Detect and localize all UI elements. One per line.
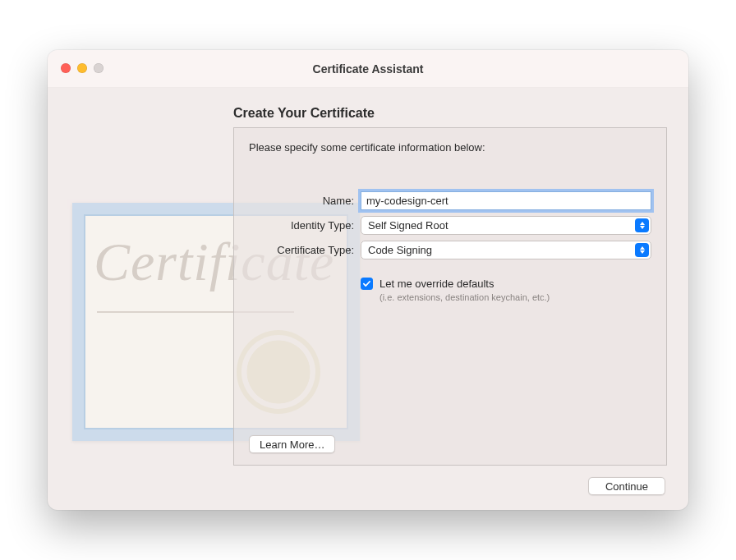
instruction-text: Please specify some certificate informat… bbox=[249, 141, 651, 154]
traffic-lights bbox=[61, 63, 104, 73]
check-icon bbox=[362, 279, 371, 288]
certificate-type-select[interactable]: Code Signing bbox=[361, 241, 651, 259]
minimize-icon[interactable] bbox=[77, 63, 87, 73]
learn-more-button[interactable]: Learn More… bbox=[249, 435, 335, 453]
name-input[interactable] bbox=[361, 191, 651, 210]
identity-type-label: Identity Type: bbox=[249, 219, 354, 232]
identity-type-row: Identity Type: Self Signed Root bbox=[249, 216, 651, 235]
chevron-updown-icon bbox=[635, 218, 649, 232]
page-heading: Create Your Certificate bbox=[233, 106, 667, 121]
titlebar: Certificate Assistant bbox=[48, 50, 688, 88]
certificate-type-row: Certificate Type: Code Signing bbox=[249, 241, 651, 259]
name-label: Name: bbox=[249, 195, 354, 207]
certificate-type-label: Certificate Type: bbox=[249, 244, 354, 256]
name-row: Name: bbox=[249, 191, 651, 210]
certificate-type-value: Code Signing bbox=[368, 244, 432, 256]
override-defaults-subtext: (i.e. extensions, destination keychain, … bbox=[380, 292, 550, 302]
form-panel: Please specify some certificate informat… bbox=[233, 127, 667, 466]
override-defaults-checkbox[interactable] bbox=[361, 278, 373, 290]
identity-type-select[interactable]: Self Signed Root bbox=[361, 216, 651, 235]
panel-spacer bbox=[249, 302, 651, 435]
continue-button[interactable]: Continue bbox=[588, 477, 665, 495]
override-defaults-row: Let me override defaults (i.e. extension… bbox=[361, 277, 651, 302]
maximize-icon bbox=[94, 63, 104, 73]
footer: Continue bbox=[69, 477, 667, 495]
close-icon[interactable] bbox=[61, 63, 71, 73]
override-defaults-label: Let me override defaults bbox=[380, 277, 550, 291]
override-label-group: Let me override defaults (i.e. extension… bbox=[380, 277, 550, 302]
window-title: Certificate Assistant bbox=[48, 62, 688, 76]
window: Certificate Assistant Certificate Create… bbox=[48, 50, 688, 510]
identity-type-value: Self Signed Root bbox=[368, 219, 448, 232]
window-body: Certificate Create Your Certificate Plea… bbox=[48, 88, 688, 510]
chevron-updown-icon bbox=[635, 243, 649, 257]
